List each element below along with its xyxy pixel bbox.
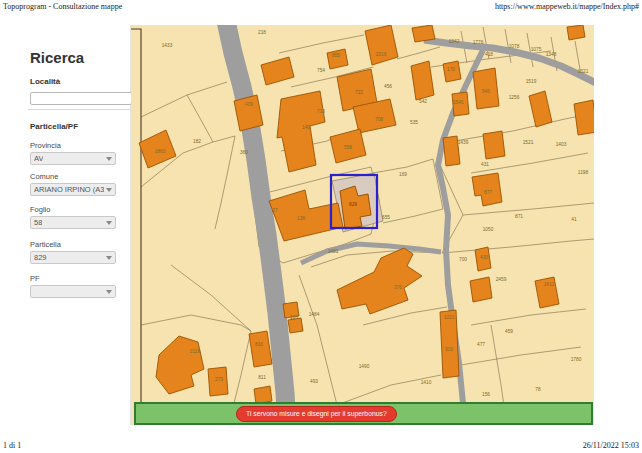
- parcel-number-label: 430: [480, 255, 488, 260]
- parcel-number-label: 1198: [578, 170, 589, 175]
- parcel-number-label: 493: [310, 379, 318, 384]
- parcel-number-label: 2319: [376, 52, 387, 57]
- search-title: Ricerca: [30, 49, 84, 66]
- parcel-number-label: 655: [382, 215, 390, 220]
- parcel-number-label: 78: [535, 387, 541, 392]
- parcel-number-label: 418: [485, 52, 493, 57]
- particella-select-value: 829: [34, 253, 47, 262]
- parcel-number-label: 182: [193, 139, 201, 144]
- building: [483, 131, 505, 159]
- cadastral-map[interactable]: 1433218855754231945672271370855814016965…: [131, 25, 594, 425]
- parcel-number-label: 855: [332, 53, 340, 58]
- print-page: { "page": { "title_left": "Topoprogram -…: [0, 0, 642, 453]
- parcel-number-label: 903: [445, 347, 453, 352]
- parcel-number-label: 1546: [453, 100, 464, 105]
- particella-pf-section-title: Particella/PF: [30, 122, 78, 131]
- provincia-select[interactable]: AV: [30, 152, 116, 165]
- foglio-select[interactable]: 58: [30, 216, 116, 229]
- parcel-number-label: 1776: [473, 40, 484, 45]
- parcel-number-label: 1780: [571, 357, 582, 362]
- building: [470, 277, 492, 302]
- parcel-number-label: 1481: [328, 249, 339, 254]
- comune-select[interactable]: ARIANO IRPINO (A399: [30, 183, 116, 196]
- building: [567, 25, 585, 40]
- pf-select[interactable]: [30, 285, 116, 298]
- parcel-number-label: 871: [515, 214, 523, 219]
- provincia-label: Provincia: [30, 141, 61, 150]
- sidebar-divider: [28, 109, 134, 110]
- foglio-label: Foglio: [30, 205, 50, 214]
- comune-select-value: ARIANO IRPINO (A399: [34, 185, 104, 194]
- comune-label: Comune: [30, 172, 58, 181]
- parcel-number-label: 409: [245, 102, 253, 107]
- parcel-number-label: 360: [240, 150, 248, 155]
- building: [412, 25, 435, 42]
- foglio-select-value: 58: [34, 218, 42, 227]
- parcel-number-label: 431: [481, 162, 489, 167]
- building: [327, 49, 348, 69]
- parcel-number-label: 126: [290, 315, 298, 320]
- parcel-number-label: 1321: [578, 69, 589, 74]
- parcel-number-label: 1256: [509, 95, 520, 100]
- parcel-number-label: 558: [344, 145, 352, 150]
- parcel-number-label: 700: [459, 257, 467, 262]
- localita-label: Località: [30, 77, 60, 86]
- parcel-number-label: 877: [484, 190, 492, 195]
- parcel-number-label: 811: [258, 375, 266, 380]
- parcel-number-label: 273: [215, 377, 223, 382]
- parcel-number-label: 1221: [444, 315, 455, 320]
- parcel-number-label: 2118: [190, 349, 201, 354]
- search-sidebar: Ricerca Località Particella/PF Provincia…: [0, 25, 131, 425]
- parcel-number-label: 140: [302, 125, 310, 130]
- parcel-number-label: 722: [355, 90, 363, 95]
- parcel-number-label: 170: [447, 67, 455, 72]
- parcel-number-label: 218: [258, 30, 266, 35]
- provincia-select-value: AV: [34, 154, 43, 163]
- chevron-down-icon: [106, 157, 112, 161]
- parcel-number-label: 376: [394, 285, 402, 290]
- chevron-down-icon: [106, 188, 112, 192]
- promo-banner: Ti servono misure e disegni per il super…: [134, 402, 593, 425]
- building: [288, 318, 303, 333]
- parcel-number-label: 2459: [496, 277, 507, 282]
- parcel-number-label: 1521: [523, 140, 534, 145]
- print-header-title: Topoprogram - Consultazione mappe: [3, 2, 122, 11]
- parcel-number-label: 713: [317, 109, 325, 114]
- parcel-number-label: 542: [419, 99, 427, 104]
- parcel-number-label: 829: [349, 202, 357, 207]
- parcel-number-label: 708: [375, 117, 383, 122]
- parcel-number-label: 1611: [544, 282, 555, 287]
- particella-select[interactable]: 829: [30, 251, 116, 264]
- parcel-number-label: 1484: [309, 312, 320, 317]
- pf-label: PF: [30, 274, 40, 283]
- parcel-number-label: 1519: [526, 79, 537, 84]
- parcel-number-label: 156: [482, 392, 490, 397]
- parcel-number-label: 138: [297, 216, 305, 221]
- parcel-number-label: 1410: [421, 380, 432, 385]
- print-header-url: https://www.mappeweb.it/mappe/Index.php#: [495, 2, 639, 11]
- parcel-number-label: 1490: [359, 364, 370, 369]
- cadastral-map-canvas[interactable]: 1433218855754231945672271370855814016965…: [131, 25, 594, 425]
- parcel-number-label: 1403: [556, 142, 567, 147]
- chevron-down-icon: [106, 256, 112, 260]
- parcel-number-label: 456: [384, 84, 392, 89]
- parcel-number-label: 1860: [155, 149, 166, 154]
- parcel-number-label: 1348: [546, 52, 557, 57]
- localita-input[interactable]: [30, 92, 132, 105]
- parcel-number-label: 1075: [531, 47, 542, 52]
- parcel-number-label: 459: [505, 329, 513, 334]
- parcel-number-label: 41: [571, 217, 577, 222]
- parcel-number-label: 169: [399, 172, 407, 177]
- parcel-number-label: 754: [317, 68, 325, 73]
- building: [440, 310, 459, 378]
- chevron-down-icon: [106, 290, 112, 294]
- building: [574, 100, 594, 135]
- parcel-number-label: 1342: [449, 39, 460, 44]
- parcel-number-label: 27: [272, 208, 278, 213]
- print-footer-datetime: 26/11/2022 15:03: [583, 441, 639, 450]
- print-footer-page-number: 1 di 1: [3, 441, 21, 450]
- parcel-number-label: 1433: [162, 43, 173, 48]
- parcel-number-label: 1078: [509, 44, 520, 49]
- parcel-number-label: 946: [482, 89, 490, 94]
- superbonus-button[interactable]: Ti servono misure e disegni per il super…: [236, 406, 397, 422]
